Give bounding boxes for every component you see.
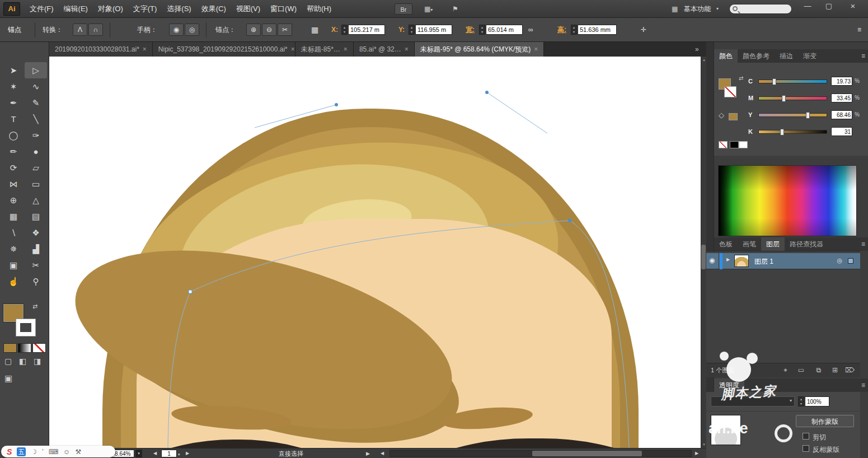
rotate-tool[interactable]: ⟳ xyxy=(2,160,25,176)
x-stepper[interactable]: ▴▾ xyxy=(341,25,348,35)
hide-handles-button[interactable]: ◎ xyxy=(185,24,199,36)
make-clip-mask-icon[interactable]: ▭ xyxy=(798,366,804,374)
gradient-mode-button[interactable] xyxy=(18,343,31,353)
gradient-tool[interactable]: ▤ xyxy=(25,208,47,225)
menu-item[interactable]: 对象(O) xyxy=(93,0,128,18)
vertical-scroll-thumb[interactable] xyxy=(701,245,706,269)
menu-item[interactable]: 视图(V) xyxy=(231,0,265,18)
draw-inside-icon[interactable]: ◨ xyxy=(34,357,41,366)
arrange-documents-icon[interactable]: ▦▾ xyxy=(424,0,433,19)
workspace-switcher[interactable]: 基本功能 xyxy=(684,0,711,18)
blend-mode-select[interactable]: ▾ xyxy=(711,396,795,406)
invert-mask-checkbox[interactable] xyxy=(803,445,809,452)
clip-checkbox[interactable] xyxy=(803,433,809,440)
share-icon[interactable]: ⚑ xyxy=(452,0,458,18)
visibility-eye-icon[interactable]: ◉ xyxy=(709,256,715,264)
make-mask-button[interactable]: 制作蒙版 xyxy=(796,415,854,427)
menu-item[interactable]: 选择(S) xyxy=(162,0,196,18)
close-icon[interactable]: × xyxy=(143,45,147,53)
cut-path-button[interactable]: ✂ xyxy=(278,24,292,36)
eyedropper-tool[interactable]: ∖ xyxy=(2,225,25,241)
selection-tool[interactable]: ➤ xyxy=(2,62,25,78)
menu-item[interactable]: 编辑(E) xyxy=(59,0,93,18)
free-transform-tool[interactable]: ▭ xyxy=(25,176,47,192)
direct-selection-tool[interactable]: ▷ xyxy=(25,62,47,78)
layer-thumbnail[interactable] xyxy=(734,255,749,267)
panel-tab[interactable]: 描边 xyxy=(775,49,798,63)
hand-tool[interactable]: ☝ xyxy=(2,273,25,289)
opacity-stepper[interactable]: ▴▾ xyxy=(798,396,804,406)
canvas[interactable] xyxy=(49,57,701,448)
restore-button[interactable]: ▢ xyxy=(818,0,839,13)
ime-punctuation-icon[interactable]: ’ xyxy=(42,448,44,456)
anchor-point[interactable] xyxy=(568,219,571,222)
layer-selection-chip[interactable] xyxy=(848,258,853,264)
color-mode-button[interactable] xyxy=(3,343,17,353)
bezier-path-overlay[interactable] xyxy=(49,57,701,448)
black-slider[interactable] xyxy=(758,130,827,134)
opacity-field[interactable]: 100% xyxy=(805,396,829,406)
layer-target-icon[interactable]: ◎ xyxy=(837,257,842,264)
zoom-caret-icon[interactable]: ▾ xyxy=(135,450,142,457)
menu-item[interactable]: 效果(C) xyxy=(196,0,231,18)
status-expand-icon[interactable]: ▶ xyxy=(366,450,370,457)
scale-tool[interactable]: ▱ xyxy=(25,160,47,176)
scroll-left-icon[interactable]: ◀ xyxy=(381,450,384,457)
panel-tab[interactable]: 颜色参考 xyxy=(738,49,775,63)
line-segment-tool[interactable]: ╲ xyxy=(25,111,47,127)
add-anchor-point-tool[interactable]: ✎ xyxy=(25,95,47,111)
minimize-button[interactable]: — xyxy=(797,0,818,13)
handle-dot[interactable] xyxy=(335,103,338,106)
ime-input-mode[interactable]: 五 xyxy=(17,447,26,456)
document-tab[interactable]: 85.ai* @ 32… × xyxy=(354,42,415,57)
locate-object-icon[interactable]: ⌖ xyxy=(783,366,787,374)
stroke-color-swatch[interactable] xyxy=(16,319,36,337)
panel-tab[interactable]: 路径查找器 xyxy=(785,237,828,251)
document-tab[interactable]: Nipic_537398_20190929202152610000.ai* × xyxy=(153,42,295,57)
pen-tool[interactable]: ✒ xyxy=(2,95,25,111)
cyan-value[interactable]: 19.73 xyxy=(831,77,852,86)
column-graph-tool[interactable]: ▟ xyxy=(25,241,47,257)
horizontal-scroll-thumb[interactable] xyxy=(532,451,642,456)
black-value[interactable]: 31 xyxy=(831,127,852,136)
remove-anchor-button[interactable]: ⊖ xyxy=(262,24,276,36)
new-sublayer-icon[interactable]: ⧉ xyxy=(816,366,821,374)
new-layer-icon[interactable]: ⊞ xyxy=(832,366,838,374)
height-field[interactable]: 51.636 mm xyxy=(578,25,617,35)
selected-path[interactable] xyxy=(168,221,629,448)
panel-tab[interactable]: 颜色 xyxy=(714,49,738,63)
convert-to-corner-button[interactable]: Λ xyxy=(73,24,87,36)
symbol-sprayer-tool[interactable]: ✵ xyxy=(2,241,25,257)
width-stepper[interactable]: ▴▾ xyxy=(479,25,485,35)
handle-dot[interactable] xyxy=(485,91,489,94)
object-thumbnail[interactable] xyxy=(711,415,741,445)
layer-expand-icon[interactable]: ▶ xyxy=(726,257,730,262)
tab-transparency[interactable]: 透明度 xyxy=(714,378,744,392)
delete-layer-icon[interactable]: ⌦ xyxy=(845,366,855,374)
convert-to-smooth-button[interactable]: ∩ xyxy=(88,24,103,36)
layers-panel-menu-icon[interactable]: ≡ xyxy=(861,237,865,251)
document-tab[interactable]: 20190920103330028031.ai* × xyxy=(49,42,153,57)
menu-item[interactable]: 帮助(H) xyxy=(302,0,336,18)
bridge-button[interactable]: Br xyxy=(395,3,412,15)
width-field[interactable]: 65.014 m xyxy=(486,25,523,35)
menu-item[interactable]: 文件(F) xyxy=(25,0,59,18)
artboard-caret-icon[interactable]: ▾ xyxy=(178,451,180,458)
menu-item[interactable]: 窗口(W) xyxy=(265,0,302,18)
zoom-tool[interactable]: ⚲ xyxy=(25,273,47,289)
white-swatch[interactable] xyxy=(739,141,748,148)
ime-settings-icon[interactable]: ⚒ xyxy=(75,448,81,456)
slice-tool[interactable]: ✂ xyxy=(25,257,47,273)
magic-wand-tool[interactable]: ✶ xyxy=(2,78,25,95)
magenta-value[interactable]: 33.45 xyxy=(831,94,852,102)
panel-tab[interactable]: 图层 xyxy=(761,237,785,251)
close-icon[interactable]: × xyxy=(344,45,348,53)
panel-tab[interactable]: 色板 xyxy=(714,237,738,251)
screen-mode-button[interactable]: ▣ xyxy=(4,373,12,384)
layer-row[interactable]: ◉ ▶ 图层 1 ◎ xyxy=(706,253,860,269)
ime-account-icon[interactable]: ☺ xyxy=(63,448,70,456)
anchor-point[interactable] xyxy=(189,290,192,293)
type-tool[interactable]: T xyxy=(2,111,25,127)
draw-behind-icon[interactable]: ◧ xyxy=(19,357,26,366)
layer-name[interactable]: 图层 1 xyxy=(754,257,773,267)
